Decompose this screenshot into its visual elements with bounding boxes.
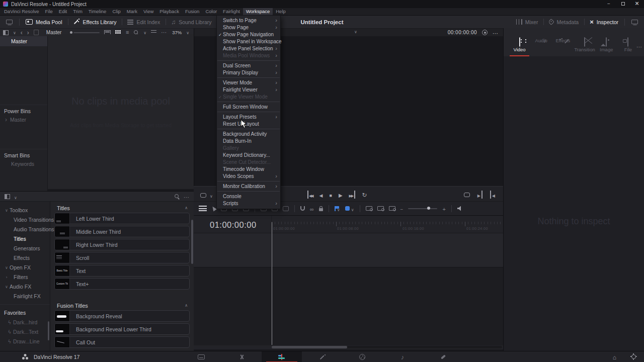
go-to-start-button[interactable] xyxy=(307,191,313,199)
close-button[interactable] xyxy=(630,0,644,8)
power-bins-header[interactable]: Power Bins xyxy=(0,105,47,114)
effects-tree-item[interactable]: Video Transitions xyxy=(0,215,50,225)
timeline-body[interactable]: 01:00:00:00 01:00:00:00 01:00:08:00 01:0… xyxy=(194,215,503,349)
workspace-menu-item[interactable] xyxy=(217,129,280,129)
smart-bin-keywords-item[interactable]: Keywords xyxy=(11,161,34,167)
workspace-menu-item[interactable]: Scene Cut Detector... xyxy=(217,159,280,166)
page-button[interactable] xyxy=(342,351,382,362)
menu-bar-item[interactable]: View xyxy=(140,8,156,15)
timeline-zoom-slider[interactable] xyxy=(408,208,437,209)
title-item[interactable]: Middle Lower Third xyxy=(54,226,190,237)
power-bins-master-item[interactable]: Master xyxy=(5,117,26,123)
import-media-icon[interactable] xyxy=(34,30,39,35)
chevron-down-icon[interactable] xyxy=(337,205,340,213)
workspace-menu-item[interactable] xyxy=(217,181,280,182)
list-scrollbar[interactable] xyxy=(191,220,193,264)
workspace-menu-item[interactable]: Active Panel Selection xyxy=(217,45,280,52)
fusion-title-item[interactable]: Background Reveal Lower Third xyxy=(54,323,190,335)
tree-scrollbar[interactable] xyxy=(48,321,49,340)
match-frame-icon[interactable] xyxy=(200,193,206,198)
marker-icon[interactable] xyxy=(345,206,350,211)
effects-tree-item[interactable]: Titles xyxy=(0,234,50,244)
custom-zoom-icon[interactable] xyxy=(389,206,395,211)
title-item[interactable]: Basic Title Text xyxy=(54,265,190,277)
workspace-menu-item[interactable]: Background Activity xyxy=(217,131,280,138)
inspector-tab[interactable]: Image xyxy=(596,35,617,56)
workspace-menu-item[interactable] xyxy=(217,102,280,102)
loop-button[interactable] xyxy=(362,191,367,199)
audio-monitor-icon[interactable] xyxy=(457,206,463,211)
project-manager-icon[interactable] xyxy=(613,353,616,361)
menu-bar-item[interactable]: Workspace xyxy=(243,8,273,15)
step-back-button[interactable] xyxy=(319,191,323,199)
toolbar-button[interactable]: Effects Library xyxy=(68,16,122,28)
page-button[interactable] xyxy=(302,351,342,362)
video-track-area[interactable] xyxy=(194,233,503,267)
flag-icon[interactable] xyxy=(335,206,336,211)
menu-bar-item[interactable]: Fusion xyxy=(182,8,203,15)
effects-tree-item[interactable]: Audio Transitions xyxy=(0,225,50,234)
toolbar-button[interactable]: Sound Library xyxy=(166,16,217,28)
effects-tree-item[interactable]: ∨ Toolbox xyxy=(0,206,50,215)
fusion-titles-section-header[interactable]: Fusion Titles xyxy=(54,300,190,310)
zoom-out-icon[interactable] xyxy=(400,205,404,213)
grab-still-button[interactable] xyxy=(0,16,19,28)
viewer-source-dropdown-icon[interactable] xyxy=(354,30,357,34)
workspace-menu-item[interactable]: Dual Screen xyxy=(217,62,280,69)
inspector-tab[interactable]: Effects xyxy=(552,35,574,56)
collapse-icon[interactable] xyxy=(185,206,188,210)
scrollbar-thumb[interactable] xyxy=(272,346,347,348)
snapping-icon[interactable] xyxy=(300,206,305,211)
workspace-menu-item[interactable]: Full Screen Window xyxy=(217,104,280,111)
timeline-ruler[interactable]: 01:00:00:00 01:00:08:00 01:00:16:00 01:0… xyxy=(272,222,503,233)
menu-bar-item[interactable]: Fairlight xyxy=(220,8,243,15)
play-button[interactable] xyxy=(339,191,343,199)
menu-bar-item[interactable]: DaVinci Resolve xyxy=(1,8,42,15)
fusion-title-item[interactable]: Call Out xyxy=(54,336,190,348)
workspace-menu-item[interactable] xyxy=(217,191,280,192)
chevron-down-icon[interactable] xyxy=(14,193,17,201)
toolbar-button[interactable]: Inspector xyxy=(584,16,624,28)
workspace-menu-item[interactable]: Console xyxy=(217,193,280,200)
title-item[interactable]: Scroll xyxy=(54,252,190,263)
bin-list-toggle-icon[interactable] xyxy=(3,30,9,35)
workspace-menu-item[interactable]: Fairlight Viewer xyxy=(217,86,280,94)
inspector-tab[interactable]: File xyxy=(617,35,639,56)
workspace-menu-item[interactable] xyxy=(217,112,280,112)
favorite-item[interactable]: Dark...hird xyxy=(0,318,50,327)
menu-bar-item[interactable]: Playback xyxy=(156,8,182,15)
workspace-menu-item[interactable]: Video Scopes xyxy=(217,173,280,180)
menu-bar-item[interactable]: Help xyxy=(273,8,289,15)
menu-bar-item[interactable]: Clip xyxy=(109,8,123,15)
workspace-menu-item[interactable]: Reset UI Layout xyxy=(217,121,280,128)
workspace-menu-item[interactable]: Layout Presets xyxy=(217,114,280,121)
loop-region-icon[interactable] xyxy=(464,193,470,197)
workspace-menu-item[interactable]: Data Burn-In xyxy=(217,138,280,145)
back-icon[interactable] xyxy=(21,30,23,36)
project-settings-icon[interactable] xyxy=(631,354,636,359)
viewer-options-icon[interactable] xyxy=(493,29,498,37)
toolbar-button[interactable]: Mixer xyxy=(511,16,544,28)
workspace-menu-item[interactable]: Show Page Navigation xyxy=(217,31,280,38)
workspace-menu-item[interactable]: Gallery xyxy=(217,145,280,152)
chevron-down-icon[interactable] xyxy=(13,30,16,35)
chevron-down-icon[interactable] xyxy=(210,191,213,199)
workspace-menu-item[interactable]: Timecode Window xyxy=(217,166,280,173)
favorite-item[interactable]: Dark...Text xyxy=(0,327,50,337)
bin-item-master-selected[interactable]: Master xyxy=(0,36,47,46)
workspace-menu-item[interactable]: Show Panel in Workspace xyxy=(217,38,280,45)
workspace-menu-item[interactable] xyxy=(217,77,280,78)
maximize-button[interactable] xyxy=(616,0,630,8)
stop-button[interactable] xyxy=(329,191,332,199)
workspace-menu-item[interactable]: Keyword Dictionary... xyxy=(217,152,280,159)
workspace-menu-item[interactable] xyxy=(217,60,280,61)
fusion-title-item[interactable]: Background Reveal xyxy=(54,310,190,322)
workspace-menu-item[interactable]: Single Viewer Mode xyxy=(217,94,280,101)
chevron-down-icon[interactable] xyxy=(351,205,354,213)
menu-bar-item[interactable]: File xyxy=(42,8,56,15)
workspace-menu-item[interactable]: Scripts xyxy=(217,200,280,207)
zoom-in-icon[interactable] xyxy=(442,205,445,213)
effects-tree-item[interactable]: ∨ Open FX xyxy=(0,263,50,273)
next-marker-icon[interactable] xyxy=(477,191,482,199)
title-item[interactable]: Left Lower Third xyxy=(54,213,190,224)
